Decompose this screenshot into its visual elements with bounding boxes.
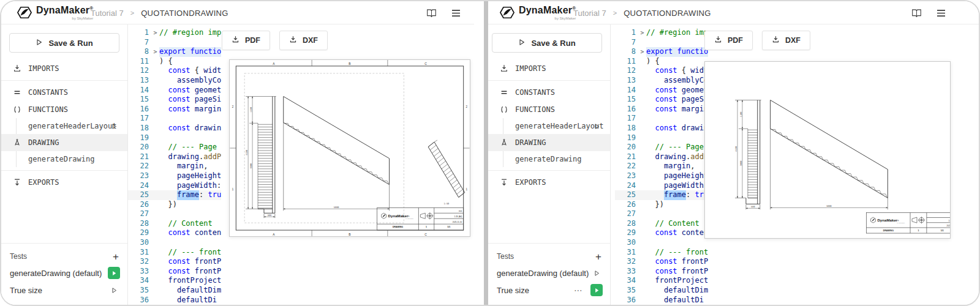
test-menu-icon[interactable]: ⋯: [574, 285, 583, 295]
sidebar-item-drawing[interactable]: DRAWING: [488, 134, 610, 151]
code-line[interactable]: 7: [615, 38, 708, 48]
sidebar-item-exports[interactable]: EXPORTS: [488, 174, 610, 191]
code-line[interactable]: 20 // --- Page: [615, 143, 708, 152]
test-item[interactable]: generateDrawing (default): [1, 264, 127, 282]
dynamaker-logo[interactable]: DynaMaker® by SkyMaker: [500, 6, 576, 22]
breadcrumb-project[interactable]: Tutorial 7: [573, 9, 606, 18]
dxf-export-button[interactable]: DXF: [762, 31, 810, 50]
run-function-button[interactable]: [111, 123, 118, 130]
code-line[interactable]: 35 defaultDim: [128, 286, 221, 296]
code-line[interactable]: 1>// #region imp: [128, 28, 221, 38]
run-test-button[interactable]: [590, 267, 603, 279]
code-line[interactable]: 36 defaultDi: [128, 296, 221, 305]
code-line[interactable]: 7: [128, 38, 221, 48]
sidebar-item-functions[interactable]: FUNCTIONS: [488, 101, 610, 118]
code-line[interactable]: 20 // --- Page: [128, 143, 221, 152]
code-line[interactable]: 28 // Content: [615, 219, 708, 229]
dynamaker-logo[interactable]: DynaMaker® by SkyMaker: [17, 6, 93, 22]
code-line[interactable]: 13 assemblyCo: [615, 76, 708, 86]
code-line[interactable]: 25 frame: tru: [128, 190, 221, 200]
code-line[interactable]: 21 drawing.addP: [615, 152, 708, 162]
code-line[interactable]: 8>export functio: [128, 47, 221, 57]
code-line[interactable]: 34 frontProject: [128, 276, 221, 286]
save-run-button[interactable]: Save & Run: [492, 33, 602, 53]
sidebar-item-drawing[interactable]: DRAWING: [1, 134, 127, 151]
code-line[interactable]: 36 defaultDi: [615, 296, 708, 305]
code-line[interactable]: 13 assemblyCo: [128, 76, 221, 86]
code-line[interactable]: 12 const { widt: [128, 66, 221, 76]
code-line[interactable]: 32 const frontP: [615, 257, 708, 267]
sidebar-item-exports[interactable]: EXPORTS: [1, 174, 127, 191]
fold-chevron-icon[interactable]: >: [638, 28, 646, 38]
sidebar-item-constants[interactable]: CONSTANTS: [1, 84, 127, 101]
code-line[interactable]: 30: [128, 238, 221, 248]
code-line[interactable]: 18 const drawin: [128, 124, 221, 133]
run-test-button-active[interactable]: [590, 284, 603, 296]
code-line[interactable]: 16 const margin: [615, 105, 708, 114]
code-line[interactable]: 11) {: [128, 57, 221, 67]
docs-book-icon[interactable]: [911, 9, 922, 17]
code-line[interactable]: 1>// #region imp: [615, 28, 708, 38]
code-line[interactable]: 15 const pageSi: [128, 95, 221, 105]
code-line[interactable]: 19: [128, 133, 221, 143]
code-line[interactable]: 23 pageHeight: [615, 171, 708, 181]
code-line[interactable]: 24 pageWidth:: [128, 181, 221, 191]
code-line[interactable]: 31 // --- front: [615, 248, 708, 258]
code-line[interactable]: 27: [128, 209, 221, 219]
menu-icon[interactable]: [937, 9, 946, 17]
code-line[interactable]: 15 const pageSi: [615, 95, 708, 105]
run-test-button[interactable]: [108, 284, 120, 296]
fold-chevron-icon[interactable]: >: [638, 47, 646, 57]
code-editor[interactable]: 1>// #region imp78>export functio11) {12…: [128, 24, 221, 305]
run-test-button-active[interactable]: [108, 267, 120, 279]
sidebar-subitem-generateHeaderLayout[interactable]: generateHeaderLayout: [488, 118, 610, 134]
code-line[interactable]: 11) {: [615, 57, 708, 67]
sidebar-subitem-generateDrawing[interactable]: generateDrawing: [1, 151, 127, 167]
sidebar-item-imports[interactable]: IMPORTS: [1, 60, 127, 77]
test-item[interactable]: True size⋯: [488, 282, 610, 299]
drawing-truesize-preview[interactable]: 4100110030005005000DynaMaker®by SkyMaker…: [704, 61, 951, 239]
code-line[interactable]: 17: [128, 114, 221, 124]
code-line[interactable]: 32 const frontP: [128, 257, 221, 267]
code-line[interactable]: 16 const margin: [128, 105, 221, 114]
sidebar-subitem-generateHeaderLayout[interactable]: generateHeaderLayout: [1, 118, 127, 134]
code-line[interactable]: 14 const geomet: [128, 86, 221, 95]
sidebar-item-constants[interactable]: CONSTANTS: [488, 84, 610, 101]
sidebar-item-imports[interactable]: IMPORTS: [488, 60, 610, 77]
code-line[interactable]: 25 frame: tru: [615, 190, 708, 200]
code-line[interactable]: 18 const drawin: [615, 124, 708, 133]
code-line[interactable]: 28 // Content: [128, 219, 221, 229]
code-line[interactable]: 27: [615, 209, 708, 219]
code-line[interactable]: 8>export functio: [615, 47, 708, 57]
code-line[interactable]: 33 const frontP: [615, 267, 708, 277]
fold-chevron-icon[interactable]: >: [151, 28, 159, 38]
run-function-button[interactable]: [594, 123, 600, 130]
code-line[interactable]: 26 }): [128, 200, 221, 210]
test-item[interactable]: generateDrawing (default): [488, 264, 610, 282]
code-line[interactable]: 29 const conten: [615, 228, 708, 238]
save-run-button[interactable]: Save & Run: [9, 33, 119, 53]
code-line[interactable]: 21 drawing.addP: [128, 152, 221, 162]
code-line[interactable]: 30: [615, 238, 708, 248]
code-line[interactable]: 12 const { widt: [615, 66, 708, 76]
code-line[interactable]: 14 const geomet: [615, 86, 708, 95]
sidebar-subitem-generateDrawing[interactable]: generateDrawing: [488, 151, 610, 167]
pdf-export-button[interactable]: PDF: [704, 31, 753, 50]
drawing-sheet-preview[interactable]: AABBCC221141001100300050050001:50DynaMak…: [229, 59, 470, 237]
test-item[interactable]: True size: [1, 282, 127, 299]
code-line[interactable]: 23 pageHeight: [128, 171, 221, 181]
code-line[interactable]: 31 // --- front: [128, 248, 221, 258]
code-line[interactable]: 22 margin,: [615, 162, 708, 171]
code-line[interactable]: 29 const conten: [128, 228, 221, 238]
code-line[interactable]: 33 const frontP: [128, 267, 221, 277]
code-line[interactable]: 24 pageWidth:: [615, 181, 708, 191]
code-line[interactable]: 34 frontProject: [615, 276, 708, 286]
code-line[interactable]: 35 defaultDim: [615, 286, 708, 296]
code-line[interactable]: 26 }): [615, 200, 708, 210]
pdf-export-button[interactable]: PDF: [222, 31, 270, 50]
code-line[interactable]: 19: [615, 133, 708, 143]
breadcrumb-project[interactable]: Tutorial 7: [91, 9, 124, 18]
docs-book-icon[interactable]: [426, 9, 437, 17]
dxf-export-button[interactable]: DXF: [279, 31, 328, 50]
code-editor[interactable]: 1>// #region imp78>export functio11) {12…: [615, 24, 708, 305]
